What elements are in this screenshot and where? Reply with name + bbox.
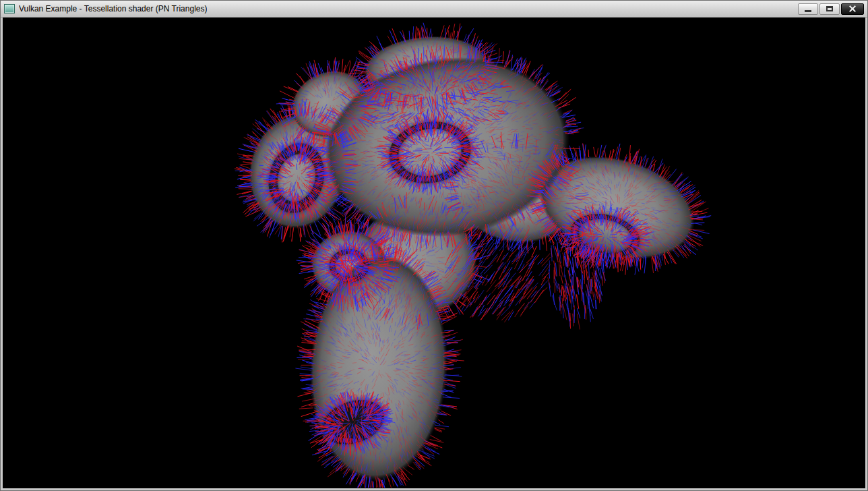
minimize-button[interactable] bbox=[798, 3, 818, 15]
window-controls bbox=[798, 3, 864, 15]
window-title: Vulkan Example - Tessellation shader (PN… bbox=[19, 4, 207, 13]
vulkan-app-icon bbox=[4, 4, 15, 13]
maximize-icon bbox=[826, 6, 833, 11]
titlebar[interactable]: Vulkan Example - Tessellation shader (PN… bbox=[1, 1, 867, 18]
close-button[interactable] bbox=[841, 3, 864, 15]
app-window: Vulkan Example - Tessellation shader (PN… bbox=[0, 0, 868, 491]
render-viewport[interactable] bbox=[3, 18, 865, 488]
maximize-button[interactable] bbox=[819, 3, 840, 15]
minimize-icon bbox=[805, 10, 811, 12]
tessellation-render-canvas[interactable] bbox=[3, 18, 865, 488]
close-icon bbox=[849, 5, 856, 12]
